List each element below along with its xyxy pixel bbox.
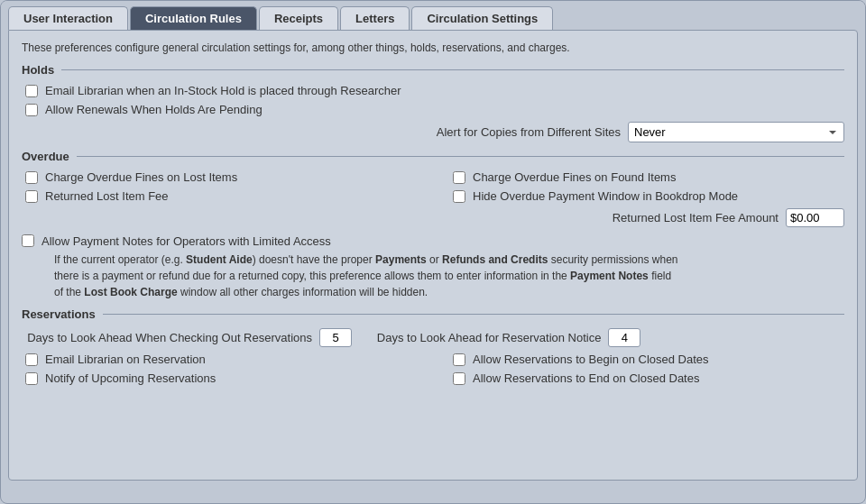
hide-overdue-label: Hide Overdue Payment Window in Bookdrop …: [473, 189, 738, 203]
charge-lost-col: Charge Overdue Fines on Lost Items: [25, 170, 417, 184]
email-librarian-hold-label: Email Librarian when an In-Stock Hold is…: [45, 84, 401, 97]
reservations-checkboxes-row1: Email Librarian on Reservation Allow Res…: [22, 353, 844, 366]
alert-copies-select-wrapper: Never Always Ask: [628, 122, 844, 142]
notify-upcoming-col: Notify of Upcoming Reservations: [25, 371, 417, 385]
note-payment-notes-bold: Payment Notes: [570, 270, 649, 282]
payment-note-text: If the current operator (e.g. Student Ai…: [54, 252, 844, 300]
reservations-divider: [103, 314, 844, 315]
allow-end-closed-checkbox[interactable]: [453, 372, 465, 385]
holds-divider: [61, 69, 844, 70]
note-refunds-bold: Refunds and Credits: [442, 253, 548, 266]
reservations-section-header: Reservations: [22, 307, 844, 321]
returned-lost-col: Returned Lost Item Fee: [25, 189, 417, 203]
hide-overdue-col: Hide Overdue Payment Window in Bookdrop …: [453, 189, 844, 203]
note-payments-bold: Payments: [375, 253, 427, 266]
allow-end-closed-col: Allow Reservations to End on Closed Date…: [453, 371, 844, 385]
days-notice-input[interactable]: 4: [608, 328, 640, 347]
charge-found-col: Charge Overdue Fines on Found Items: [453, 170, 844, 184]
email-librarian-res-checkbox[interactable]: [25, 353, 38, 366]
charge-lost-label: Charge Overdue Fines on Lost Items: [45, 170, 237, 184]
tab-bar: User Interaction Circulation Rules Recei…: [1, 1, 865, 30]
alert-copies-label: Alert for Copies from Different Sites: [25, 125, 628, 139]
allow-renewals-checkbox[interactable]: [25, 104, 38, 116]
tab-circulation-rules[interactable]: Circulation Rules: [130, 6, 257, 30]
notify-upcoming-checkbox[interactable]: [25, 372, 38, 385]
alert-copies-row: Alert for Copies from Different Sites Ne…: [22, 122, 844, 142]
overdue-divider: [77, 156, 844, 157]
days-notice-label: Days to Look Ahead for Reservation Notic…: [364, 331, 608, 344]
alert-copies-select[interactable]: Never Always Ask: [628, 122, 844, 142]
overdue-title: Overdue: [22, 150, 69, 163]
holds-title: Holds: [22, 63, 54, 77]
allow-begin-closed-col: Allow Reservations to Begin on Closed Da…: [453, 353, 844, 366]
returned-lost-label: Returned Lost Item Fee: [45, 189, 169, 203]
reservations-title: Reservations: [22, 307, 96, 321]
allow-renewals-row: Allow Renewals When Holds Are Pending: [22, 103, 844, 116]
allow-payment-checkbox[interactable]: [22, 234, 34, 247]
email-librarian-res-col: Email Librarian on Reservation: [25, 353, 417, 366]
days-checkout-label: Days to Look Ahead When Checking Out Res…: [22, 331, 319, 344]
email-librarian-hold-row: Email Librarian when an In-Stock Hold is…: [22, 84, 844, 97]
note-lost-book-bold: Lost Book Charge: [84, 286, 177, 298]
charge-lost-checkbox[interactable]: [25, 171, 38, 184]
tab-receipts[interactable]: Receipts: [259, 6, 338, 30]
app-container: User Interaction Circulation Rules Recei…: [0, 0, 866, 504]
reservations-checkboxes-row2: Notify of Upcoming Reservations Allow Re…: [22, 371, 844, 385]
holds-section-header: Holds: [22, 63, 844, 77]
days-checkout-input[interactable]: 5: [319, 328, 352, 347]
fee-amount-row: Returned Lost Item Fee Amount $0.00: [22, 208, 844, 227]
description-text: These preferences configure general circ…: [22, 41, 844, 54]
returned-lost-checkbox[interactable]: [25, 190, 38, 203]
allow-begin-closed-label: Allow Reservations to Begin on Closed Da…: [473, 353, 709, 366]
hide-overdue-checkbox[interactable]: [453, 190, 465, 203]
tab-letters[interactable]: Letters: [340, 6, 410, 30]
charge-found-label: Charge Overdue Fines on Found Items: [473, 170, 676, 184]
email-librarian-hold-checkbox[interactable]: [25, 85, 38, 97]
allow-payment-row: Allow Payment Notes for Operators with L…: [22, 234, 844, 248]
content-area: These preferences configure general circ…: [8, 30, 858, 481]
tab-circulation-settings[interactable]: Circulation Settings: [411, 6, 553, 30]
tab-user-interaction[interactable]: User Interaction: [8, 6, 128, 30]
notify-upcoming-label: Notify of Upcoming Reservations: [45, 371, 216, 385]
fee-amount-input[interactable]: $0.00: [786, 208, 844, 227]
email-librarian-res-label: Email Librarian on Reservation: [45, 353, 206, 366]
overdue-checkboxes-row1: Charge Overdue Fines on Lost Items Charg…: [22, 170, 844, 184]
days-ahead-row: Days to Look Ahead When Checking Out Res…: [22, 328, 844, 347]
overdue-section-header: Overdue: [22, 150, 844, 163]
allow-renewals-label: Allow Renewals When Holds Are Pending: [45, 103, 263, 116]
allow-end-closed-label: Allow Reservations to End on Closed Date…: [473, 371, 699, 385]
note-student-aide: Student Aide: [186, 253, 253, 266]
overdue-checkboxes-row2: Returned Lost Item Fee Hide Overdue Paym…: [22, 189, 844, 203]
allow-payment-label: Allow Payment Notes for Operators with L…: [41, 234, 331, 248]
charge-found-checkbox[interactable]: [453, 171, 465, 184]
fee-amount-label: Returned Lost Item Fee Amount: [25, 211, 786, 225]
allow-begin-closed-checkbox[interactable]: [453, 353, 465, 366]
